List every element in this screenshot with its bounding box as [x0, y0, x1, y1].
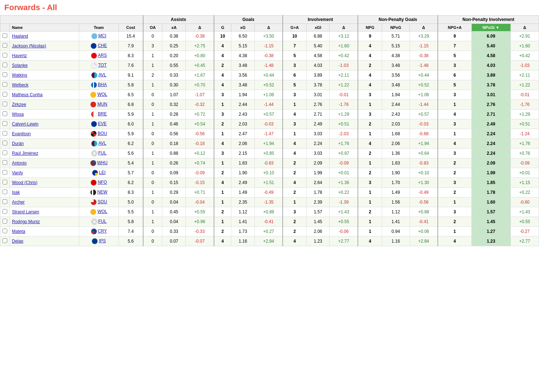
row-checkbox[interactable] [0, 168, 10, 178]
row-checkbox[interactable] [0, 178, 10, 188]
row-checkbox[interactable] [0, 227, 10, 237]
team-link[interactable]: WOL [97, 92, 107, 97]
row-checkbox[interactable] [0, 41, 10, 51]
row-checkbox[interactable] [0, 188, 10, 197]
npga: 3 [438, 119, 471, 129]
player-link[interactable]: Jackson (Nicolas) [12, 43, 46, 48]
player-name[interactable]: Jackson (Nicolas) [10, 41, 79, 51]
player-link[interactable]: Antonio [12, 161, 27, 166]
player-link[interactable]: Calvert-Lewin [12, 122, 38, 127]
team-link[interactable]: TOT [98, 63, 107, 68]
row-checkbox[interactable] [0, 217, 10, 227]
player-link[interactable]: Mateta [12, 229, 25, 234]
g: 2 [214, 168, 231, 178]
row-checkbox[interactable] [0, 71, 10, 80]
team-link[interactable]: FUL [98, 219, 107, 224]
player-name[interactable]: Watkins [10, 71, 79, 80]
player-link[interactable]: Matheus Cunha [12, 92, 43, 97]
row-checkbox[interactable] [0, 100, 10, 110]
player-link[interactable]: Isak [12, 190, 20, 195]
goals-header: Goals [214, 16, 283, 24]
row-checkbox[interactable] [0, 31, 10, 41]
row-checkbox[interactable] [0, 61, 10, 71]
player-link[interactable]: Durán [12, 141, 24, 146]
player-name[interactable]: Evanilson [10, 129, 79, 139]
team-link[interactable]: WOL [97, 209, 107, 214]
row-checkbox[interactable] [0, 207, 10, 217]
player-name[interactable]: Raúl Jiménez [10, 149, 79, 158]
player-link[interactable]: Haaland [12, 34, 28, 39]
player-name[interactable]: Havertz [10, 51, 79, 61]
player-link[interactable]: Wissa [12, 112, 24, 117]
team-link[interactable]: FUL [98, 150, 107, 155]
team-link[interactable]: NEW [97, 189, 107, 195]
team-link[interactable]: BOU [98, 131, 107, 136]
player-link[interactable]: Havertz [12, 53, 27, 58]
row-checkbox[interactable] [0, 90, 10, 100]
player-link[interactable]: Zirkzee [12, 102, 26, 107]
team-link[interactable]: WHU [97, 160, 108, 165]
player-name[interactable]: Welbeck [10, 80, 79, 90]
team-link[interactable]: MUN [97, 102, 107, 107]
team-link[interactable]: BHA [98, 82, 107, 87]
player-link[interactable]: Rodrigo Muniz [12, 219, 40, 224]
team-link[interactable]: IPS [99, 238, 106, 243]
team-link[interactable]: EVE [98, 121, 107, 126]
player-link[interactable]: Welbeck [12, 82, 29, 88]
team-link[interactable]: CRY [98, 229, 107, 234]
player-link[interactable]: Delap [12, 239, 23, 244]
player-name[interactable]: Durán [10, 139, 79, 149]
team-link[interactable]: AVL [98, 141, 106, 146]
player-link[interactable]: Raúl Jiménez [12, 151, 38, 156]
player-name[interactable]: Matheus Cunha [10, 90, 79, 100]
xgi: 2.64 [306, 178, 330, 188]
team-link[interactable]: BRE [98, 111, 107, 116]
player-name[interactable]: Archer [10, 197, 79, 207]
row-checkbox[interactable] [0, 158, 10, 168]
xg: 1.83 [231, 158, 255, 168]
team-link[interactable]: AVL [98, 72, 106, 77]
npg: 2 [358, 119, 382, 129]
player-link[interactable]: Vardy [12, 170, 23, 175]
row-checkbox[interactable] [0, 80, 10, 90]
player-name[interactable]: Zirkzee [10, 100, 79, 110]
player-name[interactable]: Antonio [10, 158, 79, 168]
row-checkbox[interactable] [0, 129, 10, 139]
player-name[interactable]: Wissa [10, 110, 79, 119]
player-name[interactable]: Rodrigo Muniz [10, 217, 79, 227]
team-link[interactable]: SOU [98, 199, 107, 204]
xgi: 1.78 [306, 188, 330, 197]
dg: +0.10 [254, 168, 283, 178]
player-link[interactable]: Evanilson [12, 131, 31, 136]
player-name[interactable]: Strand Larsen [10, 207, 79, 217]
row-checkbox[interactable] [0, 110, 10, 119]
npxg: 1.49 [382, 188, 410, 197]
row-checkbox[interactable] [0, 139, 10, 149]
team-link[interactable]: ARS [98, 53, 107, 58]
player-name[interactable]: Mateta [10, 227, 79, 237]
team-link[interactable]: CHE [98, 43, 107, 48]
player-link[interactable]: Solanke [12, 63, 27, 68]
player-name[interactable]: Wood (Chris) [10, 178, 79, 188]
row-checkbox[interactable] [0, 119, 10, 129]
player-name[interactable]: Solanke [10, 61, 79, 71]
row-checkbox[interactable] [0, 237, 10, 246]
cost: 6.2 [119, 178, 143, 188]
player-name[interactable]: Vardy [10, 168, 79, 178]
row-checkbox[interactable] [0, 197, 10, 207]
team-link[interactable]: MCI [98, 33, 106, 38]
player-name[interactable]: Haaland [10, 31, 79, 41]
player-link[interactable]: Wood (Chris) [12, 180, 37, 185]
di: -0.01 [330, 90, 358, 100]
player-name[interactable]: Isak [10, 188, 79, 197]
player-link[interactable]: Archer [12, 200, 25, 205]
row-checkbox[interactable] [0, 149, 10, 158]
team-link[interactable]: LEI [99, 170, 106, 175]
table-row: Wissa BRE 5.9 1 0.28 +0.72 3 2.43 +0.57 … [0, 110, 539, 119]
player-link[interactable]: Strand Larsen [12, 209, 39, 214]
row-checkbox[interactable] [0, 51, 10, 61]
player-name[interactable]: Calvert-Lewin [10, 119, 79, 129]
player-name[interactable]: Delap [10, 237, 79, 246]
player-link[interactable]: Watkins [12, 73, 27, 78]
team-link[interactable]: NFO [98, 180, 107, 185]
